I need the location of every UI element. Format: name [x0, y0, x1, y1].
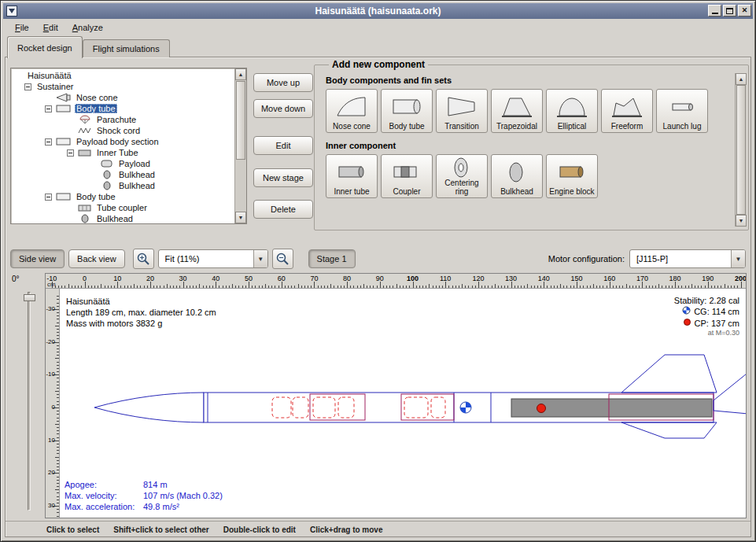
add-freeform-fin-button[interactable]: Freeform [601, 89, 653, 133]
add-coupler-button[interactable]: Coupler [381, 154, 433, 198]
scroll-down-icon[interactable]: ▼ [235, 212, 246, 223]
tree-row[interactable]: Bulkhead [12, 169, 234, 180]
tree-row[interactable]: Body tube [12, 191, 234, 202]
chevron-down-icon[interactable]: ▼ [253, 250, 267, 267]
ruler-tick [534, 286, 535, 288]
add-inner-tube-button[interactable]: Inner tube [326, 154, 378, 198]
tree-row[interactable]: Bulkhead [12, 180, 234, 191]
tree-row[interactable]: Bulkhead [12, 213, 234, 224]
ruler-tick [98, 286, 98, 288]
tree-row[interactable]: Shock cord [12, 125, 234, 136]
minimize-button[interactable] [708, 5, 721, 17]
side-view-button[interactable]: Side view [10, 249, 65, 268]
delete-button[interactable]: Delete [253, 200, 313, 219]
add-trapezoidal-fin-button[interactable]: Trapezoidal [491, 89, 543, 133]
ruler-tick [400, 286, 400, 288]
add-transition-button[interactable]: Transition [436, 89, 488, 133]
tree-row[interactable]: Payload body section [12, 136, 234, 147]
chevron-down-icon[interactable]: ▼ [731, 250, 745, 267]
tree-row[interactable]: Parachute [12, 114, 234, 125]
nose-cone-shape[interactable] [94, 393, 204, 422]
ruler-tick [285, 286, 286, 288]
ruler-tick [741, 282, 742, 288]
stage1-toggle-button[interactable]: Stage 1 [308, 249, 356, 268]
tree-expander-icon[interactable] [67, 149, 74, 157]
menu-edit[interactable]: Edit [36, 20, 65, 35]
tree-expander-icon[interactable] [24, 83, 31, 90]
tree-expander-icon[interactable] [45, 138, 52, 146]
motor-configuration-select[interactable]: [J115-P] ▼ [629, 249, 746, 268]
ruler-tick [691, 284, 692, 288]
rotation-slider-handle[interactable] [24, 294, 35, 301]
fin-lower-shape[interactable] [621, 422, 717, 438]
rocket-view-panel: cm -100102030405060708090100110120130140… [45, 273, 747, 518]
back-view-button[interactable]: Back view [68, 249, 125, 268]
move-up-button[interactable]: Move up [253, 73, 313, 92]
zoom-in-button[interactable] [133, 249, 154, 269]
ruler-tick [501, 286, 502, 288]
ruler-tick [275, 286, 275, 288]
ruler-tick [452, 286, 453, 288]
ruler-tick [57, 306, 59, 307]
ruler-tick [61, 286, 62, 288]
tree-row[interactable]: Haisunäätä [12, 70, 234, 81]
ruler-tick [57, 315, 59, 316]
scroll-up-icon[interactable]: ▲ [235, 68, 246, 80]
ruler-tick [57, 335, 59, 336]
parachute-icon [78, 115, 92, 124]
zoom-out-button[interactable] [272, 249, 293, 269]
tree-row[interactable]: Payload [12, 158, 234, 169]
ruler-tick [57, 319, 59, 319]
component-panel-scrollbar[interactable]: ▲ ▼ [735, 73, 747, 227]
component-scrollbar-thumb[interactable] [736, 85, 746, 215]
ruler-tick [485, 286, 485, 288]
ruler-tick [524, 286, 525, 288]
ruler-tick [649, 286, 650, 288]
fin-upper-shape[interactable] [621, 355, 717, 393]
app-icon[interactable] [6, 6, 17, 17]
menu-analyze[interactable]: Analyze [65, 20, 110, 35]
tree-expander-icon[interactable] [45, 105, 52, 112]
ruler-label: -20 [46, 338, 55, 345]
fin-angled-shape[interactable] [714, 367, 746, 415]
ruler-tick [626, 284, 627, 288]
add-centering-ring-button[interactable]: Centering ring [436, 154, 488, 198]
tab-flight-simulations[interactable]: Flight simulations [83, 39, 170, 57]
ruler-tick [655, 286, 656, 288]
tree-row[interactable]: Tube coupler [12, 202, 234, 213]
move-down-button[interactable]: Move down [253, 99, 313, 118]
tree-expander-icon[interactable] [45, 194, 52, 201]
ruler-label: 10 [46, 437, 55, 444]
ruler-label: -30 [46, 305, 55, 312]
tab-rocket-design[interactable]: Rocket design [7, 36, 83, 58]
tree-scrollbar-thumb[interactable] [236, 81, 245, 160]
bulkhead-icon [78, 214, 92, 223]
add-elliptical-fin-button[interactable]: Elliptical [546, 89, 598, 133]
add-engine-block-button[interactable]: Engine block [546, 154, 598, 198]
tree-row[interactable]: Nose cone [12, 92, 234, 103]
hint-click-select: Click to select [46, 525, 99, 534]
menu-file[interactable]: File [8, 20, 36, 35]
tree-row-selected[interactable]: Body tube [12, 103, 234, 114]
close-icon: ✕ [742, 7, 748, 14]
rotation-slider[interactable] [28, 292, 31, 511]
ruler-tick [259, 286, 260, 288]
add-body-tube-button[interactable]: Body tube [381, 89, 433, 133]
tree-row[interactable]: Sustainer [12, 81, 234, 92]
tree-row[interactable]: Inner Tube [12, 147, 234, 158]
new-stage-button[interactable]: New stage [253, 168, 313, 187]
close-button[interactable]: ✕ [738, 5, 751, 17]
rocket-canvas[interactable]: Haisunäätä Length 189 cm, max. diameter … [60, 289, 746, 518]
motor-configuration-label: Motor configuration: [548, 254, 625, 264]
zoom-select[interactable]: Fit (11%) ▼ [158, 249, 268, 268]
ruler-tick [409, 286, 410, 288]
scroll-up-icon[interactable]: ▲ [736, 73, 747, 85]
maximize-button[interactable] [723, 5, 736, 17]
tree-scrollbar[interactable]: ▲ ▼ [234, 68, 246, 223]
add-nose-cone-button[interactable]: Nose cone [326, 89, 378, 133]
scroll-down-icon[interactable]: ▼ [736, 215, 747, 227]
add-bulkhead-button[interactable]: Bulkhead [491, 154, 543, 198]
add-launch-lug-button[interactable]: Launch lug [656, 89, 708, 133]
edit-button[interactable]: Edit [253, 136, 313, 155]
ruler-tick [68, 284, 69, 288]
